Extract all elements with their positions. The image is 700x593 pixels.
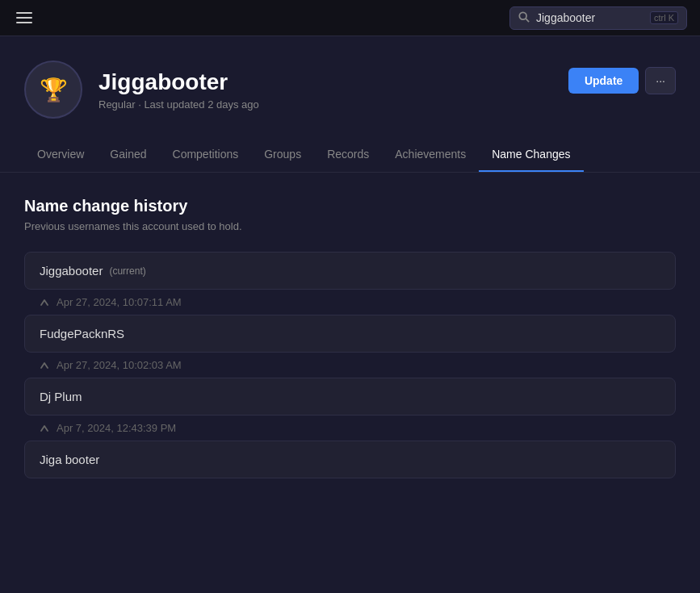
name-entry-current: Jiggabooter (current) — [24, 252, 676, 290]
menu-button[interactable] — [13, 9, 36, 27]
profile-left: 🏆 Jiggabooter Regular · Last updated 2 d… — [24, 61, 259, 119]
profile-role: Regular — [99, 98, 136, 111]
tab-groups[interactable]: Groups — [251, 138, 314, 172]
avatar: 🏆 — [24, 61, 82, 119]
svg-point-0 — [519, 12, 526, 19]
more-options-button[interactable]: ··· — [645, 67, 676, 94]
timestamp-row-3: Apr 7, 2024, 12:43:39 PM — [24, 416, 676, 441]
profile-username: Jiggabooter — [99, 69, 259, 95]
tab-records[interactable]: Records — [314, 138, 382, 172]
tab-achievements[interactable]: Achievements — [382, 138, 479, 172]
profile-meta: Regular · Last updated 2 days ago — [99, 98, 259, 111]
arrow-up-icon-2 — [39, 360, 50, 371]
search-icon — [518, 11, 530, 25]
tab-name-changes[interactable]: Name Changes — [479, 138, 583, 172]
main-content: Name change history Previous usernames t… — [0, 173, 700, 503]
svg-line-1 — [526, 19, 529, 22]
topbar: Jiggabooter ctrl K — [0, 0, 700, 36]
current-badge: (current) — [109, 265, 145, 277]
profile-info: Jiggabooter Regular · Last updated 2 day… — [99, 69, 259, 111]
name-entry-username-2: FudgePacknRS — [40, 327, 124, 340]
timestamp-1: Apr 27, 2024, 10:07:11 AM — [57, 296, 182, 308]
search-bar[interactable]: Jiggabooter ctrl K — [509, 6, 687, 30]
section-title: Name change history — [24, 197, 676, 215]
tab-competitions[interactable]: Competitions — [160, 138, 252, 172]
name-entry-4: Jiga booter — [24, 441, 676, 478]
name-entry-2: FudgePacknRS — [24, 315, 676, 353]
search-shortcut: ctrl K — [650, 11, 678, 24]
arrow-up-icon-3 — [39, 423, 50, 434]
timestamp-2: Apr 27, 2024, 10:02:03 AM — [57, 359, 182, 371]
tab-overview[interactable]: Overview — [24, 138, 97, 172]
profile-last-updated: Last updated 2 days ago — [144, 98, 258, 111]
nav-tabs: Overview Gained Competitions Groups Reco… — [0, 138, 700, 173]
search-value: Jiggabooter — [536, 11, 643, 24]
name-entry-username-3: Dj Plum — [40, 390, 82, 403]
profile-actions: Update ··· — [568, 67, 676, 94]
name-entry-username: Jiggabooter — [40, 264, 103, 278]
timestamp-3: Apr 7, 2024, 12:43:39 PM — [57, 422, 176, 434]
section-subtitle: Previous usernames this account used to … — [24, 220, 676, 232]
name-entry-3: Dj Plum — [24, 378, 676, 416]
timestamp-row-1: Apr 27, 2024, 10:07:11 AM — [24, 290, 676, 315]
profile-header: 🏆 Jiggabooter Regular · Last updated 2 d… — [0, 36, 700, 119]
tab-gained[interactable]: Gained — [97, 138, 159, 172]
timestamp-row-2: Apr 27, 2024, 10:02:03 AM — [24, 353, 676, 378]
update-button[interactable]: Update — [568, 68, 639, 94]
trophy-icon: 🏆 — [40, 77, 68, 103]
name-entry-username-4: Jiga booter — [40, 453, 99, 466]
arrow-up-icon-1 — [39, 297, 50, 308]
